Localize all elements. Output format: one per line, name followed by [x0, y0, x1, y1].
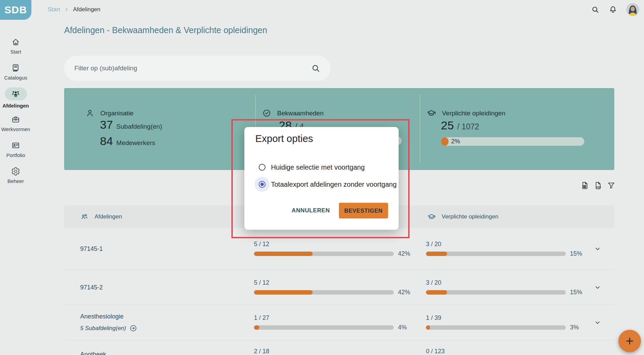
table-row[interactable]: 97145-2 5 / 12 42% 3 / 20 15%	[64, 270, 614, 305]
verplichte-title: Verplichte opleidingen	[442, 110, 505, 117]
row-verplichte-cell: 1 / 39 3%	[426, 314, 593, 331]
sidebar-label: Portfolio	[6, 152, 25, 158]
app-screen: Start Afdelingen SDB Start	[0, 0, 644, 355]
subafdelingen-label: Subafdeling(en)	[116, 123, 162, 130]
divider	[420, 95, 420, 163]
modal-footer: ANNULEREN BEVESTIGEN	[292, 203, 388, 218]
bekwaamheden-header: Bekwaamheden	[262, 109, 324, 118]
bekwaamheden-title: Bekwaamheden	[277, 110, 324, 117]
filter-input[interactable]	[74, 65, 311, 72]
header-verplichte: Verplichte opleidingen	[426, 213, 593, 221]
active-pill	[5, 87, 27, 100]
chevron-down-icon[interactable]	[593, 283, 602, 292]
book-icon	[11, 63, 20, 72]
modal-title: Export opties	[255, 133, 313, 144]
option-current-selection[interactable]: Huidige selectie met voortgang	[244, 159, 399, 176]
shield-check-icon	[262, 109, 271, 118]
excel-export-icon[interactable]	[580, 181, 589, 190]
sidebar: Start Catalogus Afdelingen Wer	[0, 19, 31, 355]
subafdelingen-link[interactable]: 5 Subafdeling(en)	[80, 324, 254, 332]
row-bekwaamheden-cell: 1 / 27 4%	[254, 314, 426, 331]
row-bekwaamheden-cell: 2 / 18	[254, 340, 426, 355]
breadcrumb-chevron-icon	[64, 7, 69, 12]
sidebar-item-start[interactable]: Start	[0, 38, 31, 55]
organisatie-header: Organisatie	[85, 109, 133, 118]
graduation-cap-icon	[427, 109, 436, 118]
table-row[interactable]: Apotheek 2 / 18 0 / 123	[64, 340, 614, 355]
sidebar-label: Beheer	[8, 178, 24, 184]
app-logo: SDB	[0, 0, 31, 20]
sidebar-label: Werkvormen	[1, 126, 30, 132]
row-name: 97145-2	[64, 284, 254, 291]
row-bekwaamheden-cell: 5 / 12 42%	[254, 241, 426, 257]
avatar[interactable]	[626, 3, 639, 16]
graduation-cap-icon	[427, 213, 436, 221]
sidebar-item-catalogus[interactable]: Catalogus	[0, 63, 31, 81]
verplichte-stat: 25 / 1072	[441, 119, 479, 132]
sidebar-item-afdelingen[interactable]: Afdelingen	[0, 87, 31, 109]
table-row[interactable]: 97145-1 5 / 12 42% 3 / 20 15%	[64, 228, 614, 270]
verplichte-value: 25	[441, 119, 454, 132]
organisatie-title: Organisatie	[100, 110, 133, 117]
plus-icon	[625, 336, 635, 346]
row-verplichte-cell: 3 / 20 15%	[426, 241, 593, 257]
id-card-icon	[11, 141, 20, 150]
chevron-down-icon[interactable]	[593, 244, 602, 253]
radio-unselected[interactable]	[259, 164, 266, 171]
export-modal: Export opties Huidige selectie met voort…	[244, 127, 399, 230]
arrow-right-circle-icon	[129, 324, 137, 332]
topbar: Start Afdelingen	[0, 0, 644, 19]
verplichte-header: Verplichte opleidingen	[427, 109, 505, 118]
row-name: 97145-1	[64, 245, 254, 253]
sidebar-label: Afdelingen	[2, 103, 29, 109]
topbar-actions	[591, 0, 639, 19]
confirm-button[interactable]: BEVESTIGEN	[339, 203, 388, 218]
medewerkers-value: 84	[100, 134, 113, 148]
verplichte-total: / 1072	[457, 122, 479, 131]
subafdelingen-value: 37	[100, 118, 113, 131]
export-options: Huidige selectie met voortgang Totaalexp…	[244, 159, 399, 193]
radio-selected[interactable]	[259, 181, 266, 188]
sidebar-item-portfolio[interactable]: Portfolio	[0, 141, 31, 158]
table-row[interactable]: Anesthesiologie 5 Subafdeling(en) 1 / 27…	[64, 305, 614, 340]
home-icon	[11, 38, 20, 46]
breadcrumb-start-link[interactable]: Start	[48, 6, 60, 13]
add-button[interactable]	[618, 330, 641, 352]
row-verplichte-cell: 0 / 123	[426, 340, 593, 355]
subafdelingen-stat: 37 Subafdeling(en)	[100, 118, 162, 131]
verplichte-progress: 2%	[441, 137, 584, 146]
medewerkers-stat: 84 Medewerkers	[100, 134, 155, 148]
sidebar-label: Start	[10, 49, 21, 55]
filter-bar	[64, 56, 330, 81]
row-name: Anesthesiologie 5 Subafdeling(en)	[64, 313, 254, 332]
row-verplichte-cell: 3 / 20 15%	[426, 279, 593, 296]
chevron-down-icon[interactable]	[593, 318, 602, 327]
gear-icon	[11, 167, 20, 176]
person-icon	[85, 109, 95, 118]
table-toolbar: PDF	[580, 181, 616, 190]
sidebar-item-beheer[interactable]: Beheer	[0, 167, 31, 184]
people-group-icon	[11, 89, 20, 99]
pdf-export-icon[interactable]: PDF	[593, 181, 602, 190]
medewerkers-label: Medewerkers	[116, 139, 155, 147]
filter-search-icon[interactable]	[311, 63, 321, 73]
search-icon[interactable]	[591, 5, 600, 14]
bell-icon[interactable]	[609, 5, 617, 14]
row-bekwaamheden-cell: 5 / 12 42%	[254, 279, 426, 296]
briefcase-icon	[11, 115, 20, 124]
breadcrumb: Start Afdelingen	[48, 0, 100, 19]
filter-funnel-icon[interactable]	[607, 181, 616, 190]
breadcrumb-current: Afdelingen	[73, 6, 100, 13]
row-name: Apotheek	[64, 340, 254, 355]
svg-text:PDF: PDF	[597, 186, 601, 188]
page-title: Afdelingen - Bekwaamheden & Verplichte o…	[64, 25, 267, 35]
option-total-export[interactable]: Totaalexport afdelingen zonder voortgang	[244, 176, 399, 193]
header-afdelingen: Afdelingen	[64, 213, 254, 221]
cancel-button[interactable]: ANNULEREN	[292, 207, 330, 214]
people-icon	[80, 213, 89, 221]
sidebar-item-werkvormen[interactable]: Werkvormen	[0, 115, 31, 132]
sidebar-label: Catalogus	[4, 75, 27, 81]
progress-fill	[441, 137, 448, 146]
progress-percent: 2%	[451, 138, 460, 145]
